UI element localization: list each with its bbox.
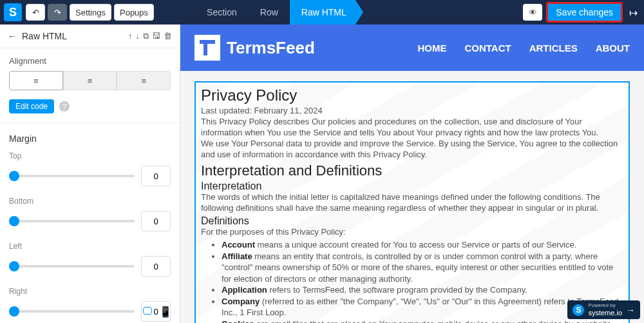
badge-text: Powered by systeme.io [588,303,622,317]
margin-top-slider[interactable] [9,175,135,177]
popups-button[interactable]: Popups [114,4,154,21]
desktop-icon[interactable]: 🖵 [142,306,153,318]
sidebar: ← Raw HTML ↑ ↓ ⧉ 🖫 🗑 Alignment ≡ ≡ ≡ Edi… [0,24,180,323]
edit-code-row: Edit code ? [0,97,180,122]
align-left-icon: ≡ [33,76,39,86]
systeme-badge-icon: S [573,304,584,316]
breadcrumb-row[interactable]: Row [249,0,290,24]
margin-left-label: Left [9,242,171,251]
preview-canvas: TermsFeed HOME CONTACT ARTICLES ABOUT Pr… [180,24,644,323]
delete-icon[interactable]: 🗑 [164,31,172,41]
settings-button[interactable]: Settings [70,4,111,21]
align-right-icon: ≡ [141,76,146,86]
margin-top-control: Top [0,150,180,195]
policy-title: Privacy Policy [201,86,623,104]
powered-by-badge[interactable]: S Powered by systeme.io → [567,300,640,319]
align-right-button[interactable]: ≡ [117,71,171,90]
policy-p2: We use Your Personal data to provide and… [201,139,623,161]
slider-thumb[interactable] [9,306,19,317]
policy-p4: For the purposes of this Privacy Policy: [201,227,623,238]
termsfeed-brand: TermsFeed [227,38,315,58]
list-item: Application refers to TermsFeed, the sof… [222,284,623,296]
margin-bottom-label: Bottom [9,197,171,206]
alignment-label: Alignment [0,48,180,71]
margin-left-control: Left [0,240,180,286]
mobile-icon[interactable]: 📱 [159,306,172,318]
margin-bottom-control: Bottom [0,195,180,240]
slider-thumb[interactable] [9,216,19,226]
redo-button[interactable]: ↷ [48,4,67,21]
exit-button[interactable]: ↦ [627,6,640,19]
edit-code-button[interactable]: Edit code [9,99,54,113]
device-switcher: 🖵 📱 [142,306,172,318]
policy-h2: Interpretation and Definitions [201,162,623,179]
hero-nav: HOME CONTACT ARTICLES ABOUT [417,43,630,54]
preview-button[interactable]: 👁 [523,4,542,21]
topbar-right: 👁 Save changes ↦ [523,2,640,23]
nav-articles[interactable]: ARTICLES [529,43,578,54]
margin-top-input[interactable] [141,166,171,186]
eye-icon: 👁 [529,8,537,17]
back-icon[interactable]: ← [8,31,17,41]
align-left-button[interactable]: ≡ [9,71,63,90]
list-item: Account means a unique account created f… [222,239,623,251]
margin-bottom-slider[interactable] [9,220,135,222]
sidebar-header-actions: ↑ ↓ ⧉ 🖫 🗑 [128,31,172,41]
systeme-logo[interactable]: S [4,3,22,21]
align-center-button[interactable]: ≡ [63,71,117,90]
margin-right-slider[interactable] [9,310,135,313]
policy-updated: Last updated: February 11, 2024 [201,106,623,117]
redo-icon: ↷ [54,8,61,17]
sidebar-header: ← Raw HTML ↑ ↓ ⧉ 🖫 🗑 [0,24,180,48]
align-center-icon: ≡ [88,76,93,86]
arrow-right-icon: → [626,305,635,315]
raw-html-block[interactable]: Privacy Policy Last updated: February 11… [194,81,630,323]
undo-button[interactable]: ↶ [26,4,45,21]
copy-icon[interactable]: ⧉ [143,31,149,41]
alignment-controls: ≡ ≡ ≡ [0,71,180,97]
breadcrumb: Section Row Raw HTML [195,0,355,24]
nav-contact[interactable]: CONTACT [464,43,511,54]
hero-header: TermsFeed HOME CONTACT ARTICLES ABOUT [180,24,644,71]
undo-icon: ↶ [32,8,39,17]
divider [0,122,180,123]
save-changes-button[interactable]: Save changes [546,2,623,23]
nav-about[interactable]: ABOUT [596,43,630,54]
margin-top-label: Top [9,152,171,161]
termsfeed-mark-icon [194,35,220,61]
save-block-icon[interactable]: 🖫 [152,31,160,41]
sidebar-title: Raw HTML [22,31,128,41]
list-item: Cookies are small files that are placed … [222,318,623,323]
breadcrumb-section[interactable]: Section [195,0,249,24]
content: ← Raw HTML ↑ ↓ ⧉ 🖫 🗑 Alignment ≡ ≡ ≡ Edi… [0,24,644,323]
policy-p3: The words of which the initial letter is… [201,192,623,214]
definitions-list: Account means a unique account created f… [222,239,623,323]
termsfeed-logo[interactable]: TermsFeed [194,35,315,61]
policy-h3b: Definitions [201,215,623,227]
nav-home[interactable]: HOME [417,43,446,54]
policy-h3a: Interpretation [201,181,623,192]
list-item: Company (referred to as either "the Comp… [222,296,623,318]
topbar: S ↶ ↷ Settings Popups Section Row Raw HT… [0,0,644,24]
move-up-icon[interactable]: ↑ [128,31,133,41]
margin-right-label: Right [9,287,171,296]
move-down-icon[interactable]: ↓ [136,31,140,41]
margin-header: Margin [0,127,180,150]
slider-thumb[interactable] [9,261,19,271]
margin-bottom-input[interactable] [141,211,171,231]
margin-left-input[interactable] [141,256,171,277]
margin-left-slider[interactable] [9,265,135,268]
list-item: Affiliate means an entity that controls,… [222,251,623,285]
breadcrumb-rawhtml[interactable]: Raw HTML [290,0,355,24]
policy-p1: This Privacy Policy describes Our polici… [201,117,623,139]
help-icon[interactable]: ? [59,101,70,112]
slider-thumb[interactable] [9,171,19,181]
